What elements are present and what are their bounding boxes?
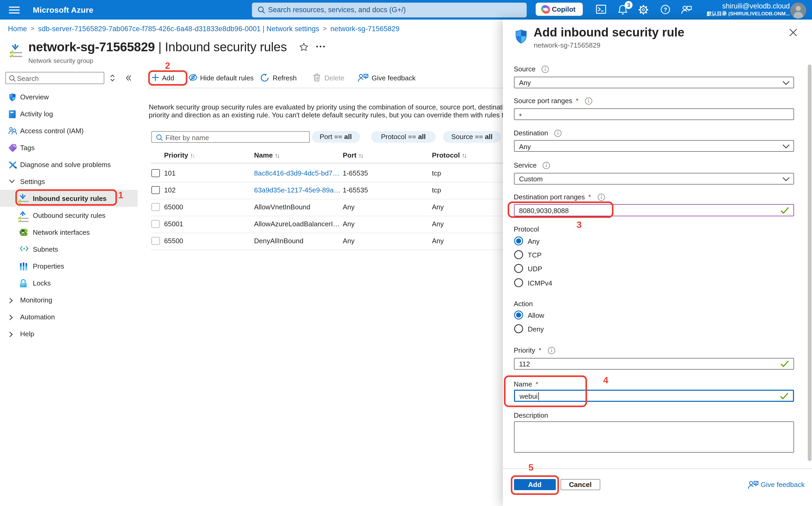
svg-text:3: 3	[627, 2, 630, 8]
svg-text:?: ?	[664, 6, 667, 13]
